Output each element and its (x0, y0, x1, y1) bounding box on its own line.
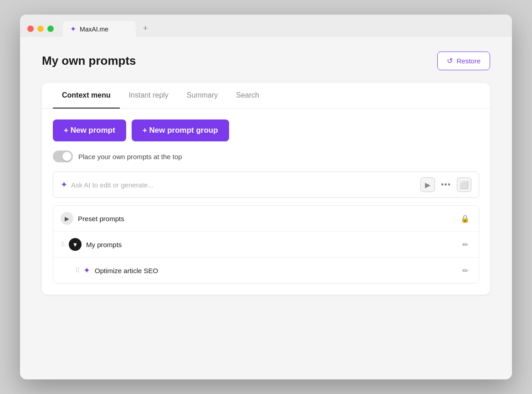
new-prompt-button[interactable]: + New prompt (53, 119, 126, 141)
prompts-list: ▶ Preset prompts 🔒 ⠿ ▼ My prompts ✏ ⠿ (53, 205, 479, 284)
toggle-label: Place your own prompts at the top (78, 153, 182, 161)
tabs-row: Context menu Instant reply Summary Searc… (42, 83, 490, 109)
preset-prompts-label: Preset prompts (78, 215, 454, 223)
restore-label: Restore (456, 57, 481, 65)
tab-context-menu[interactable]: Context menu (53, 83, 120, 109)
top-prompts-toggle[interactable] (53, 150, 73, 162)
toggle-row: Place your own prompts at the top (53, 150, 479, 162)
ai-star-icon: ✦ (61, 180, 67, 190)
ai-input-actions: ▶ ••• ⬜ (420, 177, 471, 192)
preset-expand-icon[interactable]: ▶ (61, 212, 73, 225)
card-body: + New prompt + New prompt group Place yo… (42, 109, 490, 295)
optimize-seo-row: ⠿ ✦ Optimize article SEO ✏ (53, 258, 479, 283)
traffic-lights (27, 26, 54, 32)
ai-more-button[interactable]: ••• (439, 177, 453, 192)
restore-icon: ↺ (447, 57, 453, 65)
preset-lock-icon: 🔒 (459, 212, 471, 225)
active-tab[interactable]: ✦ MaxAI.me (63, 21, 136, 37)
tab-summary[interactable]: Summary (178, 83, 227, 109)
optimize-seo-label: Optimize article SEO (95, 267, 454, 275)
restore-button[interactable]: ↺ Restore (437, 52, 490, 70)
maxai-logo-icon: ✦ (70, 25, 76, 33)
my-prompts-row: ⠿ ▼ My prompts ✏ (53, 232, 479, 258)
traffic-light-minimize[interactable] (37, 26, 44, 32)
browser-chrome: ✦ MaxAI.me + (20, 15, 512, 37)
page-title: My own prompts (42, 54, 136, 68)
my-prompts-drag-handle[interactable]: ⠿ (61, 241, 64, 248)
page-content: My own prompts ↺ Restore Context menu In… (20, 37, 512, 374)
page-header: My own prompts ↺ Restore (42, 52, 490, 70)
optimize-seo-edit-icon[interactable]: ✏ (459, 264, 471, 277)
tab-bar: ✦ MaxAI.me + (63, 20, 153, 37)
browser-window: ✦ MaxAI.me + My own prompts ↺ Restore Co… (20, 15, 512, 379)
tab-title: MaxAI.me (80, 26, 108, 33)
optimize-seo-drag-handle[interactable]: ⠿ (75, 267, 79, 274)
traffic-light-close[interactable] (27, 26, 34, 32)
ai-input-placeholder[interactable]: Ask AI to edit or generate... (71, 181, 417, 189)
my-prompts-edit-icon[interactable]: ✏ (459, 238, 471, 251)
my-prompts-expand-icon[interactable]: ▼ (69, 238, 82, 251)
ai-expand-button[interactable]: ⬜ (457, 177, 471, 192)
ai-input-row: ✦ Ask AI to edit or generate... ▶ ••• ⬜ (53, 171, 479, 198)
main-card: Context menu Instant reply Summary Searc… (42, 83, 490, 295)
optimize-seo-star-icon: ✦ (83, 265, 90, 275)
traffic-light-maximize[interactable] (47, 26, 54, 32)
tab-instant-reply[interactable]: Instant reply (120, 83, 178, 109)
my-prompts-label: My prompts (86, 241, 454, 249)
ai-send-button[interactable]: ▶ (420, 177, 435, 192)
action-buttons: + New prompt + New prompt group (53, 119, 479, 141)
new-prompt-group-button[interactable]: + New prompt group (132, 119, 229, 141)
tab-search[interactable]: Search (227, 83, 268, 109)
new-tab-button[interactable]: + (138, 20, 153, 37)
preset-prompts-row: ▶ Preset prompts 🔒 (53, 206, 479, 232)
